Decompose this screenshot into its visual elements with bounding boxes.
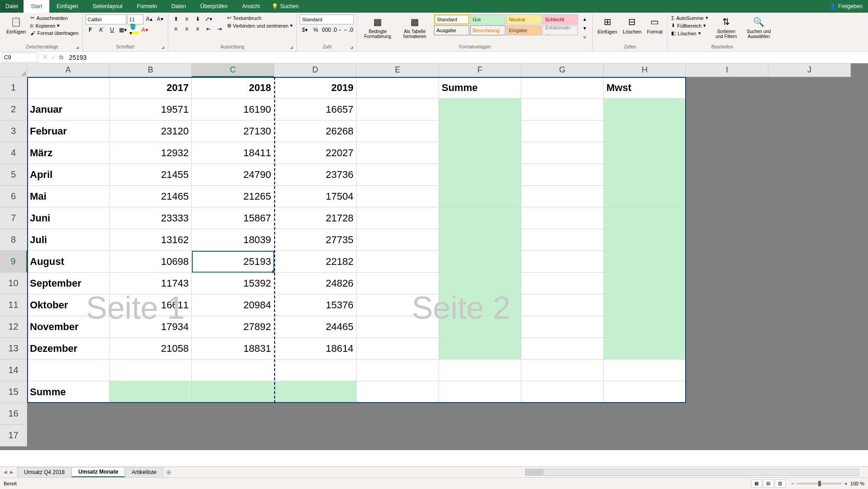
column-header-E[interactable]: E [357,63,439,77]
sheet-tab-umsatz-q4[interactable]: Umsatz Q4 2018 [17,467,72,477]
row-header-2[interactable]: 2 [0,99,27,120]
cell-J4[interactable] [768,142,851,164]
cell-B16[interactable] [110,403,192,425]
cell-I2[interactable] [686,99,768,120]
row-header-6[interactable]: 6 [0,186,27,207]
increase-indent-icon[interactable]: ⇥ [215,24,224,34]
cell-A14[interactable] [27,360,110,381]
cell-A13[interactable]: Dezember [27,338,110,360]
cell-C9[interactable]: 25193 [192,251,274,273]
cell-D17[interactable] [274,425,357,446]
sheet-tab-artikelliste[interactable]: Artikelliste [125,467,163,477]
cell-I4[interactable] [686,142,768,164]
align-bottom-icon[interactable]: ⬇ [193,14,203,24]
cell-G10[interactable] [521,273,604,294]
fill-button[interactable]: ⬇Füllbereich▾ [670,22,709,29]
cell-H10[interactable] [604,273,686,294]
cell-C15[interactable] [192,381,274,403]
select-all-button[interactable] [0,63,27,77]
cancel-icon[interactable]: ✕ [42,53,48,62]
cell-C14[interactable] [192,360,274,381]
cell-I14[interactable] [686,360,768,381]
cell-E12[interactable] [357,316,439,338]
cell-J1[interactable] [768,77,851,99]
italic-button[interactable]: K [96,25,106,34]
cell-H4[interactable] [604,142,686,164]
cell-J8[interactable] [768,229,851,251]
cell-B14[interactable] [110,360,192,381]
underline-button[interactable]: U [107,25,117,34]
clear-button[interactable]: ◧Löschen▾ [670,30,709,37]
cell-I5[interactable] [686,164,768,186]
cell-D15[interactable] [274,381,357,403]
cell-D11[interactable]: 15376 [274,294,357,316]
share-button[interactable]: 👤 Freigeben [824,3,868,10]
cell-C8[interactable]: 18039 [192,229,274,251]
cell-C13[interactable]: 18831 [192,338,274,360]
format-as-table-button[interactable]: ▦ Als Tabelle formatieren [397,14,432,40]
border-button[interactable]: ▦▾ [118,25,128,34]
column-header-B[interactable]: B [110,63,192,77]
cell-F2[interactable] [439,99,521,120]
cell-B12[interactable]: 17934 [110,316,192,338]
cell-C4[interactable]: 18411 [192,142,274,164]
cell-D5[interactable]: 23736 [274,164,357,186]
cell-J2[interactable] [768,99,851,120]
style-neutral[interactable]: Neutral [506,14,542,24]
tab-ueberpruefen[interactable]: Überprüfen [193,0,235,13]
row-header-17[interactable]: 17 [0,425,27,446]
cell-A9[interactable]: August [27,251,110,273]
cell-G8[interactable] [521,229,604,251]
cell-D10[interactable]: 24826 [274,273,357,294]
cell-D13[interactable]: 18614 [274,338,357,360]
cell-J9[interactable] [768,251,851,273]
cell-B6[interactable]: 21465 [110,186,192,207]
font-size-select[interactable] [127,14,143,24]
cell-A2[interactable]: Januar [27,99,110,120]
cell-C11[interactable]: 20984 [192,294,274,316]
row-header-15[interactable]: 15 [0,381,27,403]
cell-G5[interactable] [521,164,604,186]
cell-C1[interactable]: 2018 [192,77,274,99]
align-middle-icon[interactable]: ≡ [182,14,192,24]
cell-F5[interactable] [439,164,521,186]
cell-B9[interactable]: 10698 [110,251,192,273]
cell-B15[interactable] [110,381,192,403]
cell-E5[interactable] [357,164,439,186]
row-header-3[interactable]: 3 [0,120,27,142]
cell-A15[interactable]: Summe [27,381,110,403]
decrease-font-icon[interactable]: A▾ [155,14,165,24]
tell-me-search[interactable]: 💡 Suchen [267,3,303,10]
zoom-out-button[interactable]: − [791,481,794,486]
view-page-break-button[interactable]: ▥ [775,479,786,488]
cell-E3[interactable] [357,120,439,142]
number-format-select[interactable] [300,14,354,24]
cell-A10[interactable]: September [27,273,110,294]
align-left-icon[interactable]: ≡ [171,24,181,34]
comma-icon[interactable]: 000 [321,25,331,34]
cell-A16[interactable] [27,403,110,425]
font-name-select[interactable] [86,14,126,24]
font-color-button[interactable]: A▾ [140,25,150,34]
cell-G1[interactable] [521,77,604,99]
column-header-G[interactable]: G [521,63,604,77]
column-header-H[interactable]: H [604,63,686,77]
cell-H1[interactable]: Mwst [604,77,686,99]
cell-H14[interactable] [604,360,686,381]
cell-J7[interactable] [768,207,851,229]
cell-F13[interactable] [439,338,521,360]
cell-F3[interactable] [439,120,521,142]
cell-F14[interactable] [439,360,521,381]
increase-font-icon[interactable]: A▴ [144,14,154,24]
cell-A17[interactable] [27,425,110,446]
dialog-launcher-icon[interactable]: ◢ [350,45,353,49]
cell-F16[interactable] [439,403,521,425]
tab-formeln[interactable]: Formeln [130,0,164,13]
cell-B8[interactable]: 13162 [110,229,192,251]
add-sheet-button[interactable]: ⊕ [163,469,174,476]
cell-I8[interactable] [686,229,768,251]
view-normal-button[interactable]: ▦ [751,479,762,488]
cell-H15[interactable] [604,381,686,403]
gallery-more-icon[interactable]: ▿ [580,33,590,42]
cell-F6[interactable] [439,186,521,207]
